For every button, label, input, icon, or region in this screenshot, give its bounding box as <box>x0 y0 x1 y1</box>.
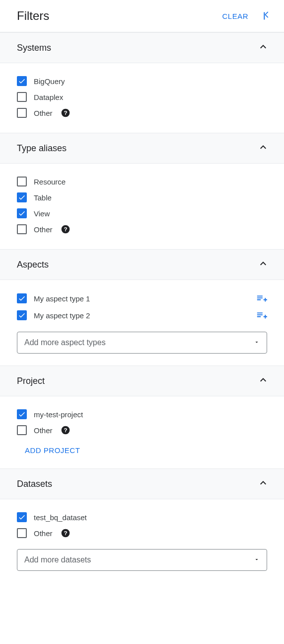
add-filter-icon[interactable] <box>256 293 267 304</box>
checkbox-type-aliases-0[interactable] <box>17 177 27 186</box>
filter-row-type-aliases-3: Other ? <box>17 221 267 237</box>
section-title-datasets: Datasets <box>17 479 52 489</box>
filter-label: test_bq_dataset <box>34 513 87 522</box>
dropdown-placeholder: Add more aspect types <box>24 338 106 347</box>
chevron-up-icon <box>257 258 269 272</box>
svg-rect-0 <box>264 12 265 20</box>
add-filter-icon[interactable] <box>256 310 267 321</box>
help-icon[interactable]: ? <box>61 528 71 538</box>
section-body-datasets: test_bq_dataset Other ? Add more dataset… <box>0 499 284 583</box>
filter-label: Dataplex <box>34 93 63 101</box>
filters-header: Filters CLEAR <box>0 0 284 32</box>
filter-label: Resource <box>34 178 66 186</box>
dropdown-arrow-icon <box>254 555 260 564</box>
checkbox-type-aliases-2[interactable] <box>17 208 27 218</box>
filter-label: Other <box>34 529 53 538</box>
filter-label: Other <box>34 109 53 117</box>
section-body-aspects: My aspect type 1 My aspect type 2 Add mo… <box>0 280 284 366</box>
filter-label: View <box>34 209 50 218</box>
chevron-up-icon <box>257 141 269 155</box>
chevron-up-icon <box>257 374 269 388</box>
section-body-systems: BigQuery Dataplex Other ? <box>0 63 284 133</box>
section-header-datasets[interactable]: Datasets <box>0 468 284 499</box>
svg-text:?: ? <box>64 530 67 536</box>
chevron-up-icon <box>257 477 269 491</box>
checkbox-systems-1[interactable] <box>17 92 27 102</box>
filter-label: Other <box>34 426 53 435</box>
checkbox-project-0[interactable] <box>17 409 27 419</box>
filter-row-aspects-1: My aspect type 2 <box>17 307 267 324</box>
filters-title: Filters <box>17 9 49 23</box>
filter-row-datasets-1: Other ? <box>17 525 267 541</box>
section-title-project: Project <box>17 376 45 386</box>
section-title-systems: Systems <box>17 43 51 53</box>
section-header-systems[interactable]: Systems <box>0 32 284 63</box>
filter-label: Other <box>34 225 53 234</box>
section-header-type-aliases[interactable]: Type aliases <box>0 133 284 164</box>
checkbox-type-aliases-1[interactable] <box>17 192 27 202</box>
filter-row-project-0: my-test-project <box>17 406 267 422</box>
filter-row-datasets-0: test_bq_dataset <box>17 509 267 525</box>
help-icon[interactable]: ? <box>61 425 71 435</box>
checkbox-datasets-0[interactable] <box>17 512 27 522</box>
help-icon[interactable]: ? <box>61 108 71 118</box>
header-actions: CLEAR <box>222 11 272 21</box>
checkbox-project-1[interactable] <box>17 425 27 435</box>
checkbox-systems-2[interactable] <box>17 108 27 118</box>
filter-label: BigQuery <box>34 77 65 86</box>
filter-row-systems-1: Dataplex <box>17 89 267 105</box>
svg-text:?: ? <box>64 427 67 433</box>
chevron-up-icon <box>257 41 269 55</box>
section-header-aspects[interactable]: Aspects <box>0 249 284 280</box>
svg-text:?: ? <box>64 109 67 116</box>
filter-label: my-test-project <box>34 410 83 419</box>
svg-text:?: ? <box>64 226 67 232</box>
checkbox-datasets-1[interactable] <box>17 528 27 538</box>
filter-row-project-1: Other ? <box>17 422 267 438</box>
section-title-aspects: Aspects <box>17 260 49 270</box>
checkbox-systems-0[interactable] <box>17 76 27 86</box>
filter-row-type-aliases-1: Table <box>17 189 267 205</box>
help-icon[interactable]: ? <box>61 224 71 234</box>
section-title-type-aliases: Type aliases <box>17 143 67 154</box>
section-header-project[interactable]: Project <box>0 366 284 396</box>
filter-row-aspects-0: My aspect type 1 <box>17 290 267 307</box>
filter-row-systems-0: BigQuery <box>17 73 267 89</box>
dropdown-placeholder: Add more datasets <box>24 555 91 564</box>
filter-label: My aspect type 1 <box>34 294 90 303</box>
filter-row-type-aliases-0: Resource <box>17 174 267 189</box>
checkbox-aspects-0[interactable] <box>17 293 27 303</box>
dropdown-arrow-icon <box>254 338 260 347</box>
clear-button[interactable]: CLEAR <box>222 12 248 20</box>
add-project-button[interactable]: ADD PROJECT <box>17 438 80 457</box>
datasets-dropdown[interactable]: Add more datasets <box>17 549 267 571</box>
aspects-dropdown[interactable]: Add more aspect types <box>17 332 267 354</box>
section-body-type-aliases: Resource Table View Other ? <box>0 164 284 249</box>
filter-label: Table <box>34 193 52 202</box>
checkbox-type-aliases-3[interactable] <box>17 224 27 234</box>
filter-row-systems-2: Other ? <box>17 105 267 121</box>
section-body-project: my-test-project Other ? ADD PROJECT <box>0 396 284 468</box>
checkbox-aspects-1[interactable] <box>17 310 27 320</box>
collapse-panel-icon[interactable] <box>262 11 272 21</box>
filter-label: My aspect type 2 <box>34 311 90 320</box>
filter-row-type-aliases-2: View <box>17 205 267 221</box>
